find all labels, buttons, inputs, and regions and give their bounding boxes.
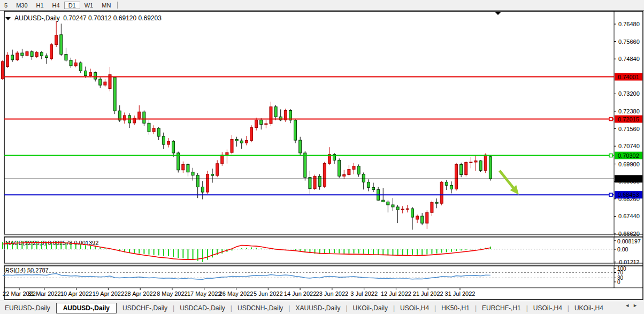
candle (167, 141, 170, 144)
period-button-mn[interactable]: MN (97, 2, 115, 9)
candle (182, 164, 185, 170)
date-label: 31 Jul 2022 (445, 290, 476, 297)
candle (401, 209, 404, 210)
tab-usdcnhdaily[interactable]: USDCNH-,Daily (233, 303, 288, 313)
candle (74, 63, 77, 66)
candle (450, 185, 453, 189)
price-tick-label: 0.72380 (618, 108, 640, 114)
candle (416, 216, 419, 219)
tab-usoilh4[interactable]: USOil-,H4 (528, 303, 567, 313)
candle (265, 124, 267, 125)
candle (11, 55, 14, 60)
price-tick-label: 0.76480 (618, 21, 640, 27)
candle (348, 170, 350, 175)
candle (35, 52, 38, 57)
tab-xauusddaily[interactable]: XAUUSD-,Daily (290, 303, 345, 313)
candle (338, 160, 341, 176)
toolbar-divider (117, 2, 118, 9)
period-button-h1[interactable]: H1 (32, 2, 48, 9)
date-label: 17 May 2022 (187, 290, 221, 297)
candle (352, 166, 355, 170)
candle (470, 162, 472, 163)
date-label: 14 Jun 2022 (284, 290, 317, 297)
candle (260, 120, 263, 124)
candle (255, 120, 258, 127)
tab-eurusddaily[interactable]: EURUSD-,Daily (0, 303, 55, 313)
tab-usdcaddaily[interactable]: USDCAD-,Daily (175, 303, 230, 313)
down-arrow-annotation[interactable] (499, 170, 519, 195)
price-chart: 0.764800.756600.748400.732000.723800.715… (0, 10, 644, 301)
period-button-h4[interactable]: H4 (48, 2, 64, 9)
price-axis: 0.764800.756600.748400.732000.723800.715… (614, 21, 640, 237)
candle (274, 107, 277, 117)
candle (148, 123, 150, 132)
date-label: 26 May 2022 (219, 290, 254, 297)
candle (216, 164, 219, 175)
candle (138, 112, 141, 118)
candle (172, 141, 175, 153)
tab-audusddaily[interactable]: AUDUSD-,Daily (56, 303, 117, 313)
tab-usdchfdaily[interactable]: USDCHF-,Daily (118, 303, 172, 313)
candle (89, 73, 92, 76)
candle (367, 182, 370, 187)
date-label: 3 Jul 2022 (350, 290, 378, 297)
candle (484, 155, 487, 171)
timeframe-toolbar: 5M30H1H4D1W1MN (0, 0, 644, 11)
tab-hk50h1[interactable]: HK50-,H1 (436, 303, 474, 313)
candle (465, 162, 467, 174)
level-handle[interactable] (609, 193, 612, 196)
candle (396, 207, 399, 210)
candle (318, 177, 321, 187)
candle (245, 140, 248, 143)
tabbar-scroll-arrows[interactable]: ◄► (625, 303, 641, 308)
period-button-m30[interactable]: M30 (12, 2, 32, 9)
chart-shift-marker (495, 12, 501, 15)
price-tick-label: 0.71560 (618, 126, 640, 132)
period-button-w1[interactable]: W1 (80, 2, 98, 9)
candle (99, 79, 102, 85)
period-button-d1[interactable]: D1 (64, 2, 80, 9)
candle (26, 52, 28, 56)
tab-usoilh4[interactable]: USOil-,H4 (395, 303, 434, 313)
candle (411, 209, 413, 217)
rsi-line (3, 274, 490, 280)
symbol-tabbar: EURUSD-,DailyAUDUSD-,DailyUSDCHF-,Daily|… (0, 301, 644, 314)
candle (40, 52, 43, 56)
price-badge-label: 0.72015 (618, 116, 639, 122)
price-badge-label: 0.70302 (618, 152, 639, 159)
candle (104, 82, 106, 85)
candle (426, 212, 428, 223)
price-tick-label: 0.69900 (618, 161, 640, 167)
tab-ukoilh4[interactable]: UKOil-,H4 (570, 303, 608, 313)
candle (84, 71, 87, 75)
candle (226, 152, 228, 155)
candle (270, 107, 272, 124)
candle (30, 52, 33, 57)
candle (221, 155, 224, 164)
candle (45, 56, 48, 57)
candle (152, 128, 155, 132)
candle (235, 139, 238, 141)
date-label: 21 Jul 2022 (413, 290, 443, 297)
price-badge-label: 0.68453 (618, 192, 639, 198)
price-tick-label: 0.67440 (618, 213, 640, 219)
price-badge-label: 0.69203 (618, 175, 639, 182)
date-label: 12 Jul 2022 (381, 290, 411, 297)
candle (455, 164, 458, 189)
price-tick-label: 0.73200 (618, 90, 640, 97)
price-tick-label: 0.75660 (618, 39, 640, 45)
candle (16, 53, 19, 60)
candle (6, 55, 9, 66)
candle (323, 163, 326, 186)
candle (70, 60, 72, 66)
candle (55, 35, 58, 45)
level-handle[interactable] (609, 118, 612, 121)
date-label: 28 Apr 2022 (124, 290, 156, 297)
period-button-5[interactable]: 5 (0, 2, 12, 9)
rsi-axis-label: 0 (617, 279, 620, 285)
tab-ukoildaily[interactable]: UKOil-,Daily (348, 303, 393, 313)
candle (157, 128, 160, 136)
candle (201, 187, 204, 193)
level-handle[interactable] (609, 154, 612, 157)
tab-eurchfh1[interactable]: EURCHF-,H1 (477, 303, 526, 313)
